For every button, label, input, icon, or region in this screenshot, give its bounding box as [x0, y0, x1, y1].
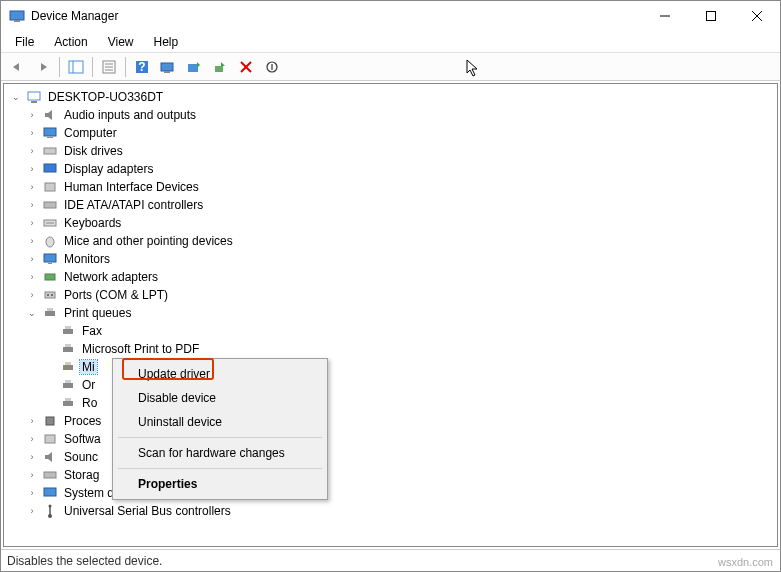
ports-icon	[42, 287, 58, 303]
ctx-uninstall-device[interactable]: Uninstall device	[116, 410, 324, 434]
tree-category-keyboards[interactable]: ›Keyboards	[4, 214, 777, 232]
minimize-button[interactable]	[642, 1, 688, 31]
menu-help[interactable]: Help	[146, 33, 187, 51]
expand-icon[interactable]: ›	[26, 235, 38, 247]
forward-button[interactable]	[31, 55, 55, 79]
tree-category-audio[interactable]: ›Audio inputs and outputs	[4, 106, 777, 124]
tree-label: Ports (COM & LPT)	[62, 288, 170, 302]
ctx-properties[interactable]: Properties	[116, 472, 324, 496]
tree-label: Storag	[62, 468, 101, 482]
expand-icon[interactable]: ›	[26, 451, 38, 463]
tree-category-display[interactable]: ›Display adapters	[4, 160, 777, 178]
expand-icon[interactable]: ›	[26, 181, 38, 193]
tree-category-monitors[interactable]: ›Monitors	[4, 250, 777, 268]
printer-icon	[60, 377, 76, 393]
svg-rect-48	[63, 401, 73, 406]
show-hide-tree-button[interactable]	[64, 55, 88, 79]
menu-file[interactable]: File	[7, 33, 42, 51]
tree-item-mspdf[interactable]: Microsoft Print to PDF	[4, 340, 777, 358]
maximize-button[interactable]	[688, 1, 734, 31]
svg-point-37	[51, 294, 53, 296]
expand-icon[interactable]: ›	[26, 163, 38, 175]
tree-category-mice[interactable]: ›Mice and other pointing devices	[4, 232, 777, 250]
tree-label: IDE ATA/ATAPI controllers	[62, 198, 205, 212]
expand-icon[interactable]: ›	[26, 289, 38, 301]
svg-rect-6	[69, 61, 83, 73]
update-driver-button[interactable]	[182, 55, 206, 79]
help-button[interactable]: ?	[130, 55, 154, 79]
expand-icon[interactable]: ›	[26, 109, 38, 121]
expand-icon[interactable]: ›	[26, 271, 38, 283]
svg-rect-44	[63, 365, 73, 370]
svg-rect-35	[45, 292, 55, 298]
svg-rect-53	[44, 488, 56, 496]
svg-rect-1	[14, 20, 20, 22]
keyboard-icon	[42, 215, 58, 231]
back-button[interactable]	[5, 55, 29, 79]
tree-item-fax[interactable]: Fax	[4, 322, 777, 340]
printer-icon	[60, 323, 76, 339]
collapse-icon[interactable]: ⌄	[26, 307, 38, 319]
tree-label: Monitors	[62, 252, 112, 266]
expand-icon[interactable]: ›	[26, 487, 38, 499]
expand-icon[interactable]: ›	[26, 199, 38, 211]
svg-rect-24	[47, 137, 53, 138]
svg-point-55	[49, 505, 52, 508]
tree-label: Human Interface Devices	[62, 180, 201, 194]
disk-icon	[42, 143, 58, 159]
tree-category-usb[interactable]: ›Universal Serial Bus controllers	[4, 502, 777, 520]
tree-category-ide[interactable]: ›IDE ATA/ATAPI controllers	[4, 196, 777, 214]
tree-category-ports[interactable]: ›Ports (COM & LPT)	[4, 286, 777, 304]
expand-icon[interactable]: ›	[26, 127, 38, 139]
svg-rect-46	[63, 383, 73, 388]
printer-icon	[42, 305, 58, 321]
tree-category-disk[interactable]: ›Disk drives	[4, 142, 777, 160]
expand-icon[interactable]: ›	[26, 433, 38, 445]
uninstall-button[interactable]	[234, 55, 258, 79]
ctx-disable-device[interactable]: Disable device	[116, 386, 324, 410]
tree-category-hid[interactable]: ›Human Interface Devices	[4, 178, 777, 196]
computer-icon	[42, 125, 58, 141]
expand-icon[interactable]: ›	[26, 505, 38, 517]
svg-point-31	[46, 237, 54, 247]
tree-label: Fax	[80, 324, 104, 338]
tree-label: Softwa	[62, 432, 103, 446]
menu-view[interactable]: View	[100, 33, 142, 51]
expand-icon[interactable]: ›	[26, 415, 38, 427]
ctx-update-driver[interactable]: Update driver	[116, 362, 324, 386]
tree-category-printqueues[interactable]: ⌄Print queues	[4, 304, 777, 322]
system-icon	[42, 485, 58, 501]
menu-action[interactable]: Action	[46, 33, 95, 51]
tree-label: Keyboards	[62, 216, 123, 230]
tree-label: Ro	[80, 396, 99, 410]
disable-button[interactable]	[260, 55, 284, 79]
svg-rect-47	[65, 380, 71, 383]
tree-label: Display adapters	[62, 162, 155, 176]
tree-label: Universal Serial Bus controllers	[62, 504, 233, 518]
expand-icon[interactable]: ›	[26, 145, 38, 157]
expand-icon[interactable]: ›	[26, 469, 38, 481]
expand-icon[interactable]: ›	[26, 253, 38, 265]
svg-rect-50	[46, 417, 54, 425]
ctx-scan-hardware[interactable]: Scan for hardware changes	[116, 441, 324, 465]
toolbar-separator	[59, 57, 60, 77]
tree-label: DESKTOP-UO336DT	[46, 90, 165, 104]
svg-rect-33	[48, 263, 52, 264]
scan-button[interactable]	[156, 55, 180, 79]
svg-rect-23	[44, 128, 56, 136]
app-icon	[9, 8, 25, 24]
properties-button[interactable]	[97, 55, 121, 79]
close-button[interactable]	[734, 1, 780, 31]
collapse-icon[interactable]: ⌄	[10, 91, 22, 103]
tree-root[interactable]: ⌄ DESKTOP-UO336DT	[4, 88, 777, 106]
svg-rect-39	[47, 308, 53, 311]
expand-icon[interactable]: ›	[26, 217, 38, 229]
status-text: Disables the selected device.	[7, 554, 162, 568]
svg-rect-0	[10, 11, 24, 20]
tree-category-network[interactable]: ›Network adapters	[4, 268, 777, 286]
display-icon	[42, 161, 58, 177]
tree-category-computer[interactable]: ›Computer	[4, 124, 777, 142]
svg-rect-32	[44, 254, 56, 262]
svg-rect-17	[215, 66, 223, 72]
enable-button[interactable]	[208, 55, 232, 79]
